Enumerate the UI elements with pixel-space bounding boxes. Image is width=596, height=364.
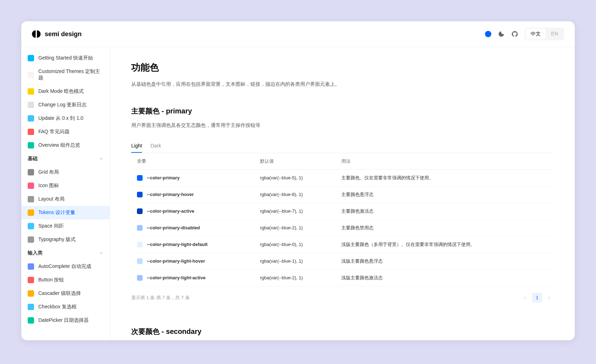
section-heading: 主要颜色 - primary [131, 106, 553, 116]
section-desc: 用户界面主强调色及各交互态颜色，通常用于主操作按钮等 [131, 122, 553, 129]
var-default: rgba(var(--blue-7), 1) [254, 203, 336, 219]
nav-icon [28, 55, 34, 61]
nav-icon [28, 129, 34, 135]
tabs: Light Dark [131, 139, 553, 153]
page-title: 功能色 [131, 61, 553, 74]
nav-label: Update 从 0.x 到 1.0 [38, 115, 83, 122]
nav-label: DatePicker 日期选择器 [38, 317, 89, 324]
nav-icon [28, 183, 34, 189]
var-usage: 主要颜色。仅在需要非常强调的情况下使用。 [336, 169, 553, 186]
nav-label: Change Log 更新日志 [38, 102, 87, 108]
color-swatch [137, 225, 143, 231]
nav-icon [28, 102, 34, 108]
table-row: --color-primary-light-default rgba(var(-… [131, 236, 553, 253]
color-swatch [137, 208, 143, 214]
color-swatch [137, 192, 143, 197]
var-default: rgba(var(--blue-5), 1) [254, 169, 336, 186]
nav-label: Typography 版式 [38, 236, 76, 243]
sidebar-item[interactable]: Customized Themes 定制主题 [21, 65, 110, 85]
sidebar-item[interactable]: Overview 组件总览 [21, 139, 110, 152]
var-usage: 浅版主要颜色（多用于背景）。仅在需要非常强调的情况下使用。 [336, 236, 553, 253]
th-default: 默认值 [254, 153, 336, 170]
pagination: 显示第 1 条-第 7 条，共 7 条 1 [131, 286, 553, 309]
sidebar-item[interactable]: Getting Started 快速开始 [21, 51, 110, 65]
var-default: rgba(var(--blue-2), 1) [254, 269, 336, 286]
var-usage: 主要颜色禁用态 [336, 219, 553, 236]
sidebar-item[interactable]: DatePicker 日期选择器 [21, 314, 110, 327]
tab-dark[interactable]: Dark [150, 139, 161, 153]
lang-en[interactable]: EN [546, 29, 563, 39]
table-row: --color-primary rgba(var(--blue-5), 1) 主… [131, 169, 553, 186]
token-table: 变量 默认值 用法 --color-primary rgba(var(--blu… [131, 153, 553, 286]
nav-label: Tokens 设计变量 [38, 209, 75, 216]
sidebar-item[interactable]: Grid 布局 [21, 166, 110, 179]
header: semi design 中文 EN [21, 21, 575, 47]
sidebar-section-header[interactable]: 输入类 [21, 246, 110, 260]
sidebar-item[interactable]: AutoComplete 自动完成 [21, 260, 110, 273]
sidebar-item[interactable]: Layout 布局 [21, 192, 110, 206]
sidebar-item[interactable]: Cascader 级联选择 [21, 287, 110, 300]
nav-label: Getting Started 快速开始 [38, 55, 93, 61]
sidebar-item[interactable]: Icon 图标 [21, 179, 110, 192]
language-switch: 中文 EN [525, 28, 564, 40]
var-usage: 主要颜色激活态 [336, 203, 553, 219]
content: 功能色 从基础色盘中引用，应用在包括界面背景，文本图标，链接，描边在内的各类用户… [110, 47, 575, 340]
logo-text: semi design [45, 30, 82, 38]
nav-label: Checkbox 复选框 [38, 304, 77, 310]
var-name: --color-primary-light-active [147, 275, 205, 280]
th-var: 变量 [131, 153, 254, 170]
nav-icon [28, 277, 34, 283]
color-swatch [137, 275, 143, 281]
var-name: --color-primary-hover [147, 192, 194, 197]
var-default: rgba(var(--blue-6), 1) [254, 186, 336, 203]
sidebar-item[interactable]: Space 间距 [21, 219, 110, 233]
sidebar-item[interactable]: Button 按钮 [21, 273, 110, 287]
page-next[interactable] [545, 293, 553, 302]
nav-icon [28, 304, 34, 310]
nav-label: Overview 组件总览 [38, 142, 80, 149]
sidebar-section-header[interactable]: 基础 [21, 152, 110, 166]
theme-dot-icon[interactable] [485, 31, 491, 37]
sidebar-item[interactable]: Update 从 0.x 到 1.0 [21, 112, 110, 125]
var-default: rgba(var(--blue-0), 1) [254, 236, 336, 253]
nav-icon [28, 72, 34, 78]
var-name: --color-primary-disabled [147, 225, 200, 230]
sidebar-item[interactable]: Dark Mode 暗色模式 [21, 85, 110, 98]
table-row: --color-primary-active rgba(var(--blue-7… [131, 203, 553, 219]
page-info: 显示第 1 条-第 7 条，共 7 条 [131, 295, 190, 301]
sidebar-item[interactable]: FAQ 常见问题 [21, 125, 110, 139]
github-icon[interactable] [511, 30, 518, 38]
section-title: 基础 [28, 156, 38, 162]
nav-icon [28, 115, 34, 122]
color-swatch [137, 258, 143, 264]
nav-icon [28, 196, 34, 202]
app-window: semi design 中文 EN Getting Started 快速开始Cu… [21, 21, 575, 340]
moon-icon[interactable] [498, 30, 505, 38]
page-number[interactable]: 1 [532, 293, 542, 303]
sidebar-item[interactable]: Checkbox 复选框 [21, 300, 110, 314]
var-usage: 浅版主要颜色悬浮态 [336, 253, 553, 269]
page-subtitle: 从基础色盘中引用，应用在包括界面背景，文本图标，链接，描边在内的各类用户界面元素… [131, 80, 553, 89]
var-usage: 主要颜色悬浮态 [336, 186, 553, 203]
nav-label: Icon 图标 [38, 183, 59, 189]
var-name: --color-primary-active [147, 208, 194, 214]
sidebar-item[interactable]: Change Log 更新日志 [21, 98, 110, 112]
lang-zh[interactable]: 中文 [526, 29, 546, 39]
color-swatch [137, 242, 143, 247]
color-swatch [137, 175, 143, 181]
nav-label: Customized Themes 定制主题 [38, 68, 103, 81]
nav-label: AutoComplete 自动完成 [38, 263, 91, 270]
logo[interactable]: semi design [32, 29, 82, 39]
sidebar: Getting Started 快速开始Customized Themes 定制… [21, 47, 110, 340]
chevron-up-icon [99, 251, 103, 255]
tab-light[interactable]: Light [131, 139, 142, 153]
table-row: --color-primary-disabled rgba(var(--blue… [131, 219, 553, 236]
sidebar-item[interactable]: Typography 版式 [21, 233, 110, 246]
table-row: --color-primary-light-active rgba(var(--… [131, 269, 553, 286]
nav-icon [28, 290, 34, 297]
sidebar-item[interactable]: Tokens 设计变量 [21, 206, 110, 219]
page-prev[interactable] [521, 293, 529, 302]
var-usage: 浅版主要颜色激活态 [336, 269, 553, 286]
logo-icon [32, 29, 42, 39]
chevron-right-icon [547, 296, 551, 300]
